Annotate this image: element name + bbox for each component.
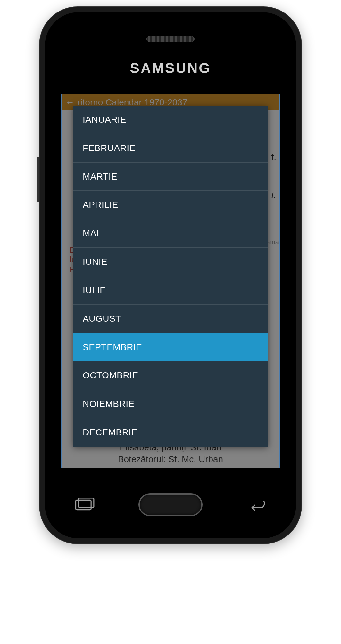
recent-apps-button[interactable] xyxy=(74,498,95,512)
hardware-nav xyxy=(45,489,296,521)
month-option-septembrie[interactable]: SEPTEMBRIE xyxy=(73,333,268,362)
phone-bezel: SAMSUNG ← ritorno Calendar 1970-2037 f. … xyxy=(45,12,296,538)
volume-button xyxy=(37,157,39,202)
month-picker-dialog: IANUARIE FEBRUARIE MARTIE APRILIE MAI IU… xyxy=(73,106,268,447)
phone-speaker xyxy=(146,36,195,42)
month-option-aprilie[interactable]: APRILIE xyxy=(73,191,268,219)
phone-frame: .com SAMSUNG ← ritorno Calendar 1970-203… xyxy=(39,6,302,544)
month-option-ianuarie[interactable]: IANUARIE xyxy=(73,106,268,134)
month-option-mai[interactable]: MAI xyxy=(73,219,268,248)
screen: ← ritorno Calendar 1970-2037 f. t. ena D… xyxy=(61,94,280,468)
month-option-octombrie[interactable]: OCTOMBRIE xyxy=(73,361,268,390)
month-option-februarie[interactable]: FEBRUARIE xyxy=(73,134,268,163)
month-option-iunie[interactable]: IUNIE xyxy=(73,248,268,276)
month-option-martie[interactable]: MARTIE xyxy=(73,163,268,191)
month-option-august[interactable]: AUGUST xyxy=(73,305,268,333)
month-option-noiembrie[interactable]: NOIEMBRIE xyxy=(73,390,268,418)
home-button[interactable] xyxy=(138,493,203,516)
phone-brand: SAMSUNG xyxy=(45,60,296,76)
month-option-iulie[interactable]: IULIE xyxy=(73,276,268,305)
month-option-decembrie[interactable]: DECEMBRIE xyxy=(73,418,268,447)
back-button[interactable] xyxy=(246,498,267,512)
